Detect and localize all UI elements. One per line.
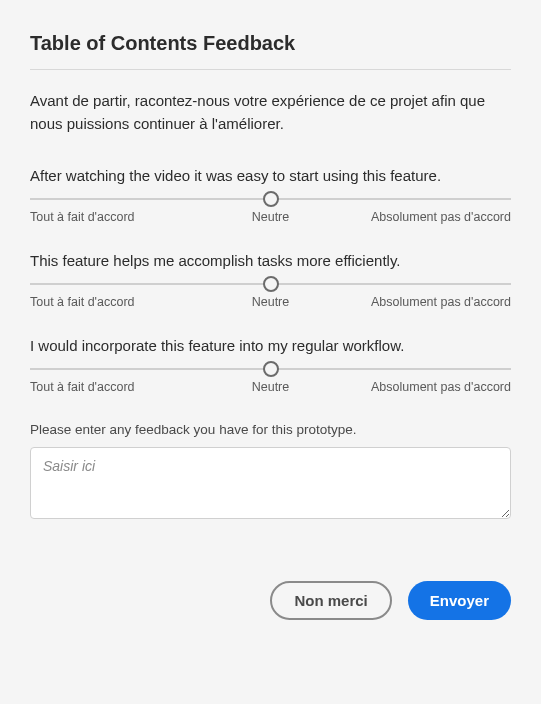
question-text: After watching the video it was easy to … — [30, 167, 511, 184]
feedback-input[interactable] — [30, 447, 511, 519]
question-3: I would incorporate this feature into my… — [30, 337, 511, 394]
intro-text: Avant de partir, racontez-nous votre exp… — [30, 90, 511, 135]
slider-label-center: Neutre — [190, 380, 350, 394]
slider-handle[interactable] — [263, 276, 279, 292]
submit-button[interactable]: Envoyer — [408, 581, 511, 620]
page-title: Table of Contents Feedback — [30, 32, 511, 55]
slider-labels: Tout à fait d'accord Neutre Absolument p… — [30, 380, 511, 394]
slider[interactable] — [30, 198, 511, 200]
button-row: Non merci Envoyer — [30, 581, 511, 620]
slider-label-right: Absolument pas d'accord — [351, 295, 511, 309]
slider-handle[interactable] — [263, 361, 279, 377]
slider-label-right: Absolument pas d'accord — [351, 380, 511, 394]
question-1: After watching the video it was easy to … — [30, 167, 511, 224]
slider-label-right: Absolument pas d'accord — [351, 210, 511, 224]
question-2: This feature helps me accomplish tasks m… — [30, 252, 511, 309]
slider-label-left: Tout à fait d'accord — [30, 210, 190, 224]
slider-labels: Tout à fait d'accord Neutre Absolument p… — [30, 295, 511, 309]
title-divider — [30, 69, 511, 70]
question-text: I would incorporate this feature into my… — [30, 337, 511, 354]
slider-label-left: Tout à fait d'accord — [30, 295, 190, 309]
slider-label-left: Tout à fait d'accord — [30, 380, 190, 394]
slider-label-center: Neutre — [190, 295, 350, 309]
feedback-label: Please enter any feedback you have for t… — [30, 422, 511, 437]
no-thanks-button[interactable]: Non merci — [270, 581, 391, 620]
slider-labels: Tout à fait d'accord Neutre Absolument p… — [30, 210, 511, 224]
slider[interactable] — [30, 283, 511, 285]
question-text: This feature helps me accomplish tasks m… — [30, 252, 511, 269]
feedback-section: Please enter any feedback you have for t… — [30, 422, 511, 523]
slider-label-center: Neutre — [190, 210, 350, 224]
slider[interactable] — [30, 368, 511, 370]
slider-handle[interactable] — [263, 191, 279, 207]
